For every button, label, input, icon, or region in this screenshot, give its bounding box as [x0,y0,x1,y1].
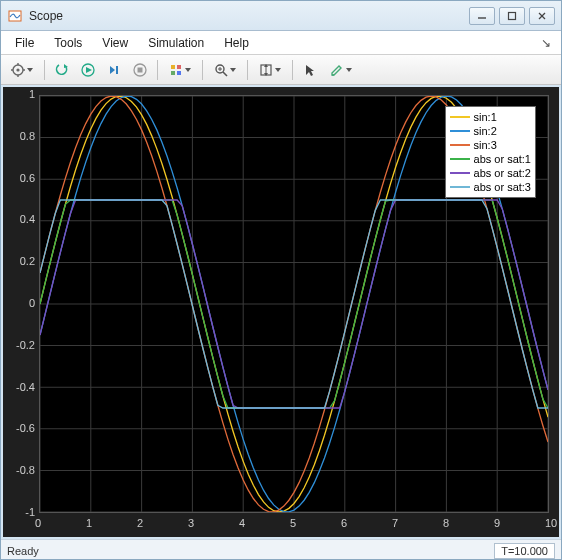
x-tick-label: 5 [290,517,296,529]
menu-view[interactable]: View [92,33,138,53]
legend-item[interactable]: abs or sat:3 [450,180,531,194]
plot-area: sin:1sin:2sin:3abs or sat:1abs or sat:2a… [3,87,559,537]
svg-line-23 [223,72,227,76]
legend-label: sin:2 [474,125,497,137]
x-tick-label: 2 [137,517,143,529]
svg-marker-13 [86,67,92,73]
statusbar: Ready T=10.000 [1,539,561,560]
y-tick-label: -1 [25,506,35,518]
titlebar: Scope [1,1,561,31]
autoscale-button[interactable] [253,58,287,82]
y-tick-label: 0.8 [20,130,35,142]
settings-button[interactable] [5,58,39,82]
x-tick-label: 7 [392,517,398,529]
cursor-button[interactable] [298,58,322,82]
svg-point-6 [16,68,19,71]
maximize-button[interactable] [499,7,525,25]
x-tick-label: 1 [86,517,92,529]
x-tick-label: 6 [341,517,347,529]
status-time: T=10.000 [494,543,555,559]
plot-axes[interactable]: sin:1sin:2sin:3abs or sat:1abs or sat:2a… [39,95,549,513]
menu-simulation[interactable]: Simulation [138,33,214,53]
close-button[interactable] [529,7,555,25]
x-tick-label: 3 [188,517,194,529]
svg-rect-2 [509,12,516,19]
undock-icon[interactable]: ↘ [539,36,553,50]
y-tick-label: 0.6 [20,172,35,184]
legend-item[interactable]: sin:1 [450,110,531,124]
x-tick-label: 8 [443,517,449,529]
menubar: File Tools View Simulation Help ↘ [1,31,561,55]
svg-rect-15 [116,66,118,74]
stop-button[interactable] [128,58,152,82]
legend-swatch [450,116,470,118]
highlight-button[interactable] [163,58,197,82]
y-tick-label: -0.4 [16,381,35,393]
y-tick-label: 0.4 [20,213,35,225]
status-text: Ready [7,545,39,557]
svg-rect-19 [177,65,181,69]
step-button[interactable] [102,58,126,82]
legend-swatch [450,144,470,146]
legend-swatch [450,186,470,188]
menu-tools[interactable]: Tools [44,33,92,53]
y-tick-label: -0.6 [16,422,35,434]
legend-swatch [450,158,470,160]
svg-marker-11 [64,64,68,68]
legend-swatch [450,130,470,132]
x-tick-label: 4 [239,517,245,529]
toolbar [1,55,561,85]
legend-item[interactable]: sin:3 [450,138,531,152]
svg-marker-14 [110,66,115,74]
svg-rect-20 [171,71,175,75]
svg-rect-17 [138,67,143,72]
legend-label: abs or sat:2 [474,167,531,179]
restart-button[interactable] [50,58,74,82]
legend-item[interactable]: abs or sat:2 [450,166,531,180]
legend[interactable]: sin:1sin:2sin:3abs or sat:1abs or sat:2a… [445,106,536,198]
svg-rect-18 [171,65,175,69]
y-tick-label: 1 [29,88,35,100]
window-title: Scope [29,9,465,23]
svg-rect-21 [177,71,181,75]
y-tick-label: -0.8 [16,464,35,476]
menu-file[interactable]: File [5,33,44,53]
app-icon [7,8,23,24]
menu-help[interactable]: Help [214,33,259,53]
x-tick-label: 9 [494,517,500,529]
minimize-button[interactable] [469,7,495,25]
legend-item[interactable]: sin:2 [450,124,531,138]
y-tick-label: 0 [29,297,35,309]
legend-label: sin:3 [474,139,497,151]
x-tick-label: 0 [35,517,41,529]
x-tick-label: 10 [545,517,557,529]
legend-label: abs or sat:1 [474,153,531,165]
y-tick-label: -0.2 [16,339,35,351]
legend-item[interactable]: abs or sat:1 [450,152,531,166]
zoom-button[interactable] [208,58,242,82]
legend-label: abs or sat:3 [474,181,531,193]
y-tick-label: 0.2 [20,255,35,267]
legend-label: sin:1 [474,111,497,123]
annotate-button[interactable] [324,58,358,82]
run-button[interactable] [76,58,100,82]
legend-swatch [450,172,470,174]
